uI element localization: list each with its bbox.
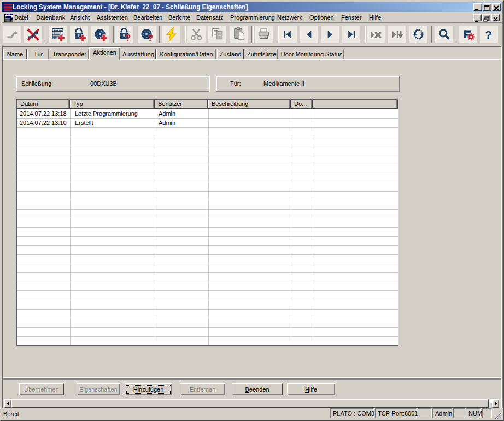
svg-text:?: ? xyxy=(148,33,154,44)
svg-text:?: ? xyxy=(125,33,131,44)
svg-text:?: ? xyxy=(485,28,492,41)
